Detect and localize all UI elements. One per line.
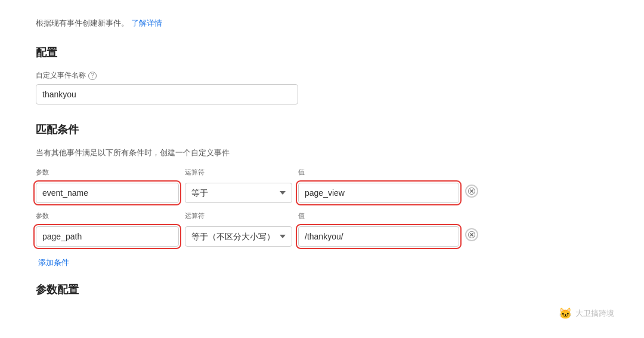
param-input-2[interactable]	[36, 226, 179, 247]
help-icon[interactable]: ?	[88, 72, 97, 80]
param-config-title: 参数配置	[36, 282, 608, 297]
value-field-2: 值	[298, 211, 459, 247]
condition-row-1: 参数 运算符 等于 等于（不区分大小写） 包含 不等于 值	[36, 168, 608, 203]
value-label-1: 值	[298, 168, 459, 177]
param-label-1: 参数	[36, 168, 179, 177]
match-title: 匹配条件	[36, 122, 608, 137]
param-label-2: 参数	[36, 211, 179, 220]
param-input-1[interactable]	[36, 183, 179, 203]
param-field-2: 参数	[36, 211, 179, 247]
operator-select-1[interactable]: 等于 等于（不区分大小写） 包含 不等于	[185, 183, 292, 203]
operator-field-2: 运算符 等于 等于（不区分大小写） 包含 不等于	[185, 211, 292, 247]
event-name-label: 自定义事件名称 ?	[36, 70, 608, 81]
param-config-section: 参数配置	[36, 282, 608, 297]
top-notice: 根据现有事件创建新事件。 了解详情	[36, 18, 608, 29]
match-description: 当有其他事件满足以下所有条件时，创建一个自定义事件	[36, 148, 608, 158]
match-section: 匹配条件 当有其他事件满足以下所有条件时，创建一个自定义事件 参数 运算符 等于…	[36, 122, 608, 268]
event-name-input[interactable]	[36, 84, 298, 105]
add-condition-button[interactable]: 添加条件	[38, 257, 69, 268]
learn-more-link[interactable]: 了解详情	[131, 19, 162, 27]
operator-label-2: 运算符	[185, 211, 292, 220]
watermark-text: 大卫搞跨境	[575, 308, 614, 319]
watermark-icon: 🐱	[559, 307, 572, 320]
watermark: 🐱 大卫搞跨境	[559, 307, 614, 320]
operator-field-1: 运算符 等于 等于（不区分大小写） 包含 不等于	[185, 168, 292, 203]
config-title: 配置	[36, 45, 608, 60]
value-field-1: 值	[298, 168, 459, 203]
notice-text: 根据现有事件创建新事件。	[36, 19, 129, 27]
value-label-2: 值	[298, 211, 459, 220]
config-section: 配置 自定义事件名称 ?	[36, 45, 608, 105]
value-input-1[interactable]	[298, 183, 459, 203]
operator-label-1: 运算符	[185, 168, 292, 177]
param-field-1: 参数	[36, 168, 179, 203]
value-input-2[interactable]	[298, 226, 459, 247]
condition-row-2: 参数 运算符 等于 等于（不区分大小写） 包含 不等于 值	[36, 211, 608, 247]
page-container: 根据现有事件创建新事件。 了解详情 配置 自定义事件名称 ? 匹配条件 当有其他…	[0, 0, 644, 338]
operator-select-2[interactable]: 等于 等于（不区分大小写） 包含 不等于	[185, 226, 292, 247]
remove-condition-1[interactable]	[465, 185, 478, 198]
remove-condition-2[interactable]	[465, 228, 478, 241]
